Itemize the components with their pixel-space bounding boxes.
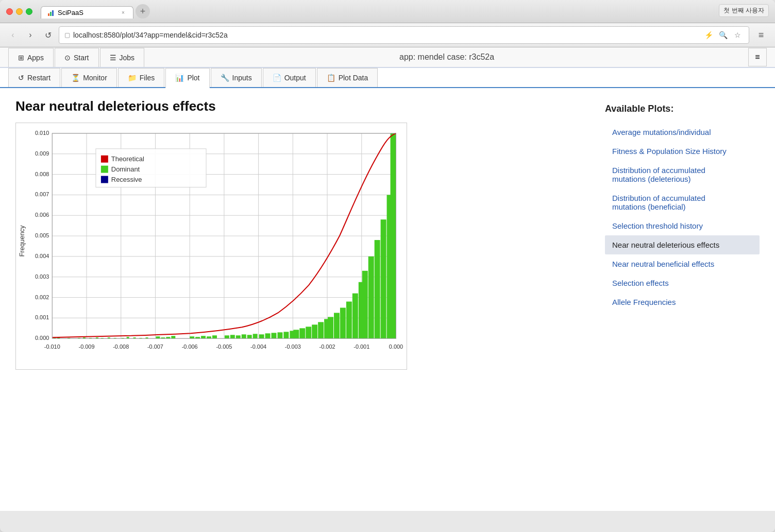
nav-jobs[interactable]: ☰ Jobs <box>100 48 145 67</box>
svg-rect-56 <box>259 334 264 338</box>
app-content: ⊞ Apps ⊙ Start ☰ Jobs app: mendel case: … <box>0 47 775 511</box>
url-text: localhost:8580/plot/34?app=mendel&cid=r3… <box>73 31 699 39</box>
sidebar-title: Available Plots: <box>605 104 760 114</box>
browser-menu-button[interactable]: ≡ <box>753 27 769 43</box>
zoom-icon[interactable]: 🔍 <box>717 29 729 41</box>
svg-rect-72 <box>352 294 358 339</box>
svg-text:-0.007: -0.007 <box>147 344 163 350</box>
svg-rect-70 <box>340 308 346 339</box>
main-content: Near neutral deleterious effects <box>0 88 775 380</box>
svg-rect-0 <box>48 13 49 16</box>
svg-rect-63 <box>299 328 305 338</box>
svg-rect-54 <box>247 335 252 338</box>
minimize-button[interactable] <box>16 8 23 15</box>
tab-plot-data[interactable]: 📋 Plot Data <box>317 68 378 87</box>
sidebar-link-allele-freq[interactable]: Allele Frequencies <box>605 293 760 312</box>
svg-rect-109 <box>101 176 108 183</box>
page-icon: ▢ <box>64 31 70 39</box>
svg-text:0.001: 0.001 <box>35 314 49 320</box>
tab-title: SciPaaS <box>58 9 83 16</box>
lightning-icon: ⚡ <box>702 29 715 41</box>
svg-text:Dominant: Dominant <box>111 165 140 173</box>
browser-tab[interactable]: SciPaaS × <box>41 6 133 19</box>
svg-text:0.000: 0.000 <box>35 335 49 341</box>
sidebar-link-dist-deleterious[interactable]: Distribution of accumulatedmutations (de… <box>605 161 760 188</box>
tab-close-button[interactable]: × <box>120 9 127 16</box>
forward-button[interactable]: › <box>24 28 37 42</box>
svg-rect-76 <box>375 240 380 338</box>
tab-output[interactable]: 📄 Output <box>263 68 316 87</box>
tab-files[interactable]: 📁 Files <box>118 68 165 87</box>
svg-text:-0.005: -0.005 <box>216 344 232 350</box>
svg-rect-60 <box>283 332 289 338</box>
tab-bar: ↺ Restart ⏳ Monitor 📁 Files 📊 Plot 🔧 Inp… <box>0 68 775 88</box>
tab-plot[interactable]: 📊 Plot <box>165 68 209 88</box>
tab-files-label: Files <box>140 74 155 82</box>
app-info: app: mendel case: r3c52a <box>389 47 504 67</box>
svg-rect-59 <box>277 332 282 338</box>
sidebar-link-selection-threshold[interactable]: Selection threshold history <box>605 216 760 235</box>
svg-rect-74 <box>362 271 368 338</box>
svg-rect-57 <box>265 333 271 338</box>
svg-text:0.003: 0.003 <box>35 273 49 280</box>
hamburger-menu-button[interactable]: ≡ <box>748 48 767 66</box>
tab-restart[interactable]: ↺ Restart <box>8 68 60 87</box>
svg-rect-107 <box>101 166 108 173</box>
tab-monitor[interactable]: ⏳ Monitor <box>61 68 117 87</box>
sidebar-link-dist-beneficial[interactable]: Distribution of accumulatedmutations (be… <box>605 188 760 216</box>
svg-text:Frequency: Frequency <box>18 225 26 257</box>
svg-text:-0.003: -0.003 <box>285 344 301 350</box>
svg-text:-0.006: -0.006 <box>182 344 198 350</box>
sidebar-link-fitness-history[interactable]: Fitness & Population Size History <box>605 142 760 161</box>
svg-text:-0.008: -0.008 <box>113 344 129 350</box>
svg-rect-58 <box>272 333 277 338</box>
svg-text:Recessive: Recessive <box>111 176 142 183</box>
jobs-icon: ☰ <box>110 54 116 62</box>
svg-text:0.005: 0.005 <box>35 232 49 238</box>
tab-inputs[interactable]: 🔧 Inputs <box>211 68 262 87</box>
svg-text:-0.002: -0.002 <box>319 344 335 350</box>
svg-text:0.004: 0.004 <box>35 253 49 259</box>
tab-inputs-label: Inputs <box>232 74 252 82</box>
sidebar-link-near-neutral-ben[interactable]: Near neutral beneficial effects <box>605 254 760 273</box>
svg-rect-75 <box>368 256 374 338</box>
nav-apps-label: Apps <box>27 54 44 62</box>
chart-container: Frequency 0.000 0.001 0.002 0.003 0.004 … <box>15 123 407 370</box>
tab-plot-label: Plot <box>187 74 199 82</box>
new-tab-button[interactable]: + <box>136 4 150 19</box>
tab-plot-data-label: Plot Data <box>339 74 368 82</box>
sidebar-link-near-neutral-del[interactable]: Near neutral deleterious effects <box>605 235 760 254</box>
start-icon: ⊙ <box>64 54 71 62</box>
tab-output-label: Output <box>284 74 306 82</box>
sidebar-link-avg-mutations[interactable]: Average mutations/individual <box>605 123 760 142</box>
apps-grid-icon: ⊞ <box>18 54 24 62</box>
plot-icon: 📊 <box>175 74 184 82</box>
svg-text:0.000: 0.000 <box>389 344 403 350</box>
nav-start-label: Start <box>74 54 89 62</box>
svg-rect-1 <box>50 12 52 16</box>
svg-rect-64 <box>306 327 311 338</box>
korean-user-button[interactable]: 첫 번째 사용자 <box>719 4 769 17</box>
svg-text:-0.010: -0.010 <box>44 344 60 350</box>
nav-apps[interactable]: ⊞ Apps <box>8 48 54 67</box>
close-button[interactable] <box>6 8 13 15</box>
bookmark-icon[interactable]: ☆ <box>731 29 744 41</box>
sidebar-link-selection-effects[interactable]: Selection effects <box>605 273 760 293</box>
svg-rect-44 <box>171 336 175 338</box>
back-button[interactable]: ‹ <box>6 28 20 42</box>
maximize-button[interactable] <box>26 8 32 15</box>
chart-section: Near neutral deleterious effects <box>15 98 589 370</box>
app-info-text: app: mendel case: r3c52a <box>399 53 494 62</box>
nav-start[interactable]: ⊙ Start <box>55 48 99 67</box>
refresh-button[interactable]: ↺ <box>41 28 55 42</box>
svg-text:0.006: 0.006 <box>35 212 49 218</box>
svg-rect-79 <box>391 133 396 338</box>
tab-restart-label: Restart <box>27 74 50 82</box>
address-bar[interactable]: ▢ localhost:8580/plot/34?app=mendel&cid=… <box>59 26 749 44</box>
svg-rect-51 <box>230 335 235 338</box>
svg-text:0.009: 0.009 <box>35 150 49 157</box>
svg-text:-0.001: -0.001 <box>353 344 369 350</box>
svg-rect-55 <box>253 334 258 338</box>
chart-svg: Frequency 0.000 0.001 0.002 0.003 0.004 … <box>16 123 407 369</box>
svg-rect-45 <box>190 336 194 338</box>
